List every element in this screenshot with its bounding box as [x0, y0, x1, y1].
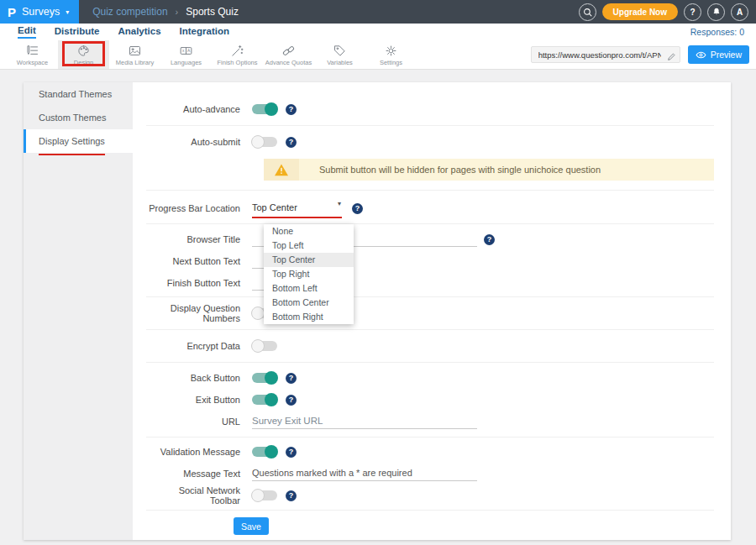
sidebar-item-standard-themes[interactable]: Standard Themes [24, 82, 133, 106]
dropdown-option-top-center[interactable]: Top Center [264, 253, 354, 267]
bell-icon [711, 7, 722, 17]
exit-url-input[interactable] [252, 414, 477, 429]
auto-submit-toggle[interactable] [252, 137, 277, 147]
breadcrumb-separator-icon: › [176, 7, 179, 17]
edit-url-pencil-icon[interactable] [667, 50, 676, 65]
search-icon [582, 7, 593, 18]
notifications-button[interactable] [707, 3, 725, 21]
breadcrumb: Quiz competition › Sports Quiz [92, 6, 239, 18]
auto-advance-toggle[interactable] [252, 104, 277, 114]
eye-icon [696, 50, 706, 60]
dropdown-option-bottom-left[interactable]: Bottom Left [264, 281, 354, 296]
progress-bar-location-select[interactable]: Top Center ▾ [252, 199, 342, 218]
browser-title-help-icon[interactable]: ? [484, 234, 495, 245]
design-panel: Standard Themes Custom Themes Display Se… [24, 82, 731, 540]
sidebar-item-custom-themes[interactable]: Custom Themes [24, 106, 133, 129]
toolbar-item-advance-quotas[interactable]: Advance Quotas [263, 40, 314, 69]
social-network-toolbar-label: Social Network Toolbar [146, 485, 252, 506]
progress-bar-location-label: Progress Bar Location [146, 203, 252, 213]
preview-button[interactable]: Preview [688, 45, 749, 64]
dropdown-option-none[interactable]: None [264, 224, 354, 238]
dropdown-option-top-right[interactable]: Top Right [264, 267, 354, 281]
avatar-initial: A [737, 8, 743, 17]
nav-tab-integration[interactable]: Integration [180, 26, 229, 38]
progress-bar-dropdown: None Top Left Top Center Top Right Botto… [264, 224, 354, 324]
responses-count: Responses: 0 [690, 27, 748, 37]
back-button-help-icon[interactable]: ? [286, 373, 297, 384]
back-button-toggle[interactable] [252, 373, 277, 383]
help-button[interactable]: ? [684, 3, 701, 21]
nav-tab-edit[interactable]: Edit [18, 25, 36, 39]
main-nav: Edit Distribute Analytics Integration Re… [0, 24, 756, 40]
social-network-toolbar-toggle[interactable] [252, 490, 277, 500]
exit-button-help-icon[interactable]: ? [286, 395, 297, 406]
dropdown-option-top-left[interactable]: Top Left [264, 238, 354, 253]
toolbar-right: Preview [531, 40, 756, 69]
toolbar-item-languages[interactable]: xA Languages [160, 40, 212, 69]
breadcrumb-current: Sports Quiz [186, 6, 239, 18]
auto-advance-label: Auto-advance [146, 104, 252, 114]
gear-icon [384, 44, 398, 58]
edit-toolbar: Workspace Design Media Library xA Langua… [0, 40, 756, 70]
tag-icon [333, 44, 347, 58]
dropdown-option-bottom-right[interactable]: Bottom Right [264, 310, 354, 324]
warning-text: Submit button will be hidden for pages w… [299, 159, 714, 181]
dropdown-option-bottom-center[interactable]: Bottom Center [264, 296, 354, 310]
toolbar-item-finish-options[interactable]: Finish Options [212, 40, 263, 69]
message-text-input[interactable] [252, 466, 477, 481]
exit-button-toggle[interactable] [252, 395, 277, 405]
design-palette-icon [76, 44, 91, 58]
auto-submit-help-icon[interactable]: ? [286, 137, 297, 148]
auto-submit-label: Auto-submit [146, 137, 252, 147]
toolbar-item-settings[interactable]: Settings [365, 40, 417, 69]
auto-advance-help-icon[interactable]: ? [286, 104, 297, 115]
topbar-actions: Upgrade Now ? A [579, 3, 756, 21]
sidebar-item-display-settings[interactable]: Display Settings [24, 129, 133, 153]
magic-wand-icon [230, 44, 244, 58]
exit-url-label: URL [146, 417, 252, 427]
avatar[interactable]: A [731, 3, 748, 21]
encrypt-data-toggle[interactable] [252, 341, 277, 351]
upgrade-now-button[interactable]: Upgrade Now [602, 3, 678, 20]
browser-title-label: Browser Title [146, 234, 252, 244]
next-button-text-label: Next Button Text [146, 256, 252, 266]
validation-message-toggle[interactable] [252, 447, 277, 457]
back-button-label: Back Button [146, 373, 252, 383]
topbar: P Surveys ▾ Quiz competition › Sports Qu… [0, 0, 756, 24]
svg-text:x: x [182, 49, 185, 53]
display-question-numbers-label: Display Question Numbers [146, 303, 252, 323]
toolbar-item-design[interactable]: Design [58, 40, 109, 69]
chevron-down-icon: ▾ [66, 8, 69, 16]
finish-button-text-label: Finish Button Text [146, 278, 252, 288]
exit-button-label: Exit Button [146, 395, 252, 405]
encrypt-data-label: Encrypt Data [146, 341, 252, 351]
languages-icon: xA [179, 44, 193, 58]
validation-message-help-icon[interactable]: ? [286, 447, 297, 458]
breadcrumb-parent-link[interactable]: Quiz competition [92, 6, 167, 18]
chain-links-icon [281, 44, 296, 58]
toolbar-item-variables[interactable]: Variables [314, 40, 365, 69]
save-button[interactable]: Save [234, 517, 269, 535]
survey-url-input[interactable] [531, 46, 680, 63]
svg-text:A: A [187, 49, 191, 53]
warning-triangle-icon [274, 163, 289, 176]
warning-banner: Submit button will be hidden for pages w… [264, 159, 714, 181]
toolbar-item-workspace[interactable]: Workspace [7, 40, 58, 69]
question-mark-icon: ? [690, 8, 695, 17]
validation-message-label: Validation Message [146, 447, 252, 457]
message-text-label: Message Text [146, 469, 252, 479]
search-button[interactable] [579, 3, 596, 21]
surveys-menu[interactable]: P Surveys ▾ [0, 0, 79, 24]
design-sidebar: Standard Themes Custom Themes Display Se… [24, 82, 133, 540]
chevron-down-icon: ▾ [338, 200, 341, 207]
surveys-menu-label: Surveys [22, 6, 60, 18]
display-settings-form: Auto-advance ? Auto-submit ? Submit bu [133, 82, 731, 540]
progress-bar-help-icon[interactable]: ? [352, 203, 363, 214]
toolbar-item-media-library[interactable]: Media Library [109, 40, 160, 69]
workspace-icon [25, 44, 39, 58]
questionpro-logo: P [8, 5, 16, 19]
nav-tab-analytics[interactable]: Analytics [118, 26, 160, 38]
nav-tab-distribute[interactable]: Distribute [55, 26, 100, 38]
social-network-toolbar-help-icon[interactable]: ? [286, 490, 297, 501]
media-library-icon [128, 44, 142, 58]
